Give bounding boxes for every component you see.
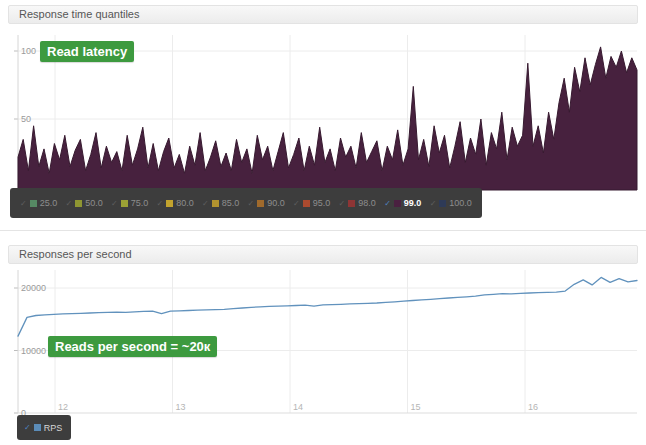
svg-text:100: 100: [21, 46, 36, 56]
legend-label: RPS: [44, 423, 63, 433]
legend-item-90.0[interactable]: ✓90.0: [248, 198, 285, 208]
check-icon: ✓: [430, 199, 437, 208]
charts-canvas: 50100121314151601000020000: [0, 0, 646, 445]
check-icon: ✓: [111, 199, 118, 208]
series-color-swatch: [121, 200, 128, 207]
legend-label: 75.0: [131, 198, 149, 208]
legend-item-75.0[interactable]: ✓75.0: [111, 198, 148, 208]
series-color-swatch: [257, 200, 264, 207]
series-color-swatch: [166, 200, 173, 207]
check-icon: ✓: [20, 199, 27, 208]
check-icon: ✓: [248, 199, 255, 208]
legend-label: 95.0: [313, 198, 331, 208]
legend-item-85.0[interactable]: ✓85.0: [202, 198, 239, 208]
svg-text:50: 50: [21, 114, 31, 124]
panel-title: Response time quantiles: [19, 8, 139, 20]
svg-text:15: 15: [411, 402, 421, 412]
legend-item-98.0[interactable]: ✓98.0: [339, 198, 376, 208]
svg-text:16: 16: [528, 402, 538, 412]
rps-legend-bar: ✓RPS: [17, 415, 71, 440]
legend-item-99.0[interactable]: ✓99.0: [384, 198, 421, 208]
panel-header-response-time-quantiles[interactable]: Response time quantiles: [8, 5, 638, 24]
legend-item-25.0[interactable]: ✓25.0: [20, 198, 57, 208]
legend-label: 25.0: [40, 198, 58, 208]
series-color-swatch: [30, 200, 37, 207]
svg-text:14: 14: [293, 402, 303, 412]
panel-divider: [0, 230, 646, 231]
legend-item-rps[interactable]: ✓RPS: [24, 423, 62, 433]
series-color-swatch: [439, 200, 446, 207]
legend-label: 50.0: [85, 198, 103, 208]
series-color-swatch: [212, 200, 219, 207]
legend-label: 98.0: [358, 198, 376, 208]
series-color-swatch: [394, 200, 401, 207]
check-icon: ✓: [24, 423, 31, 432]
series-color-swatch: [75, 200, 82, 207]
rps-line-series: [18, 277, 637, 336]
legend-label: 85.0: [222, 198, 240, 208]
check-icon: ✓: [66, 199, 73, 208]
legend-item-50.0[interactable]: ✓50.0: [66, 198, 103, 208]
check-icon: ✓: [384, 199, 391, 208]
series-color-swatch: [34, 424, 41, 431]
series-color-swatch: [303, 200, 310, 207]
legend-label: 100.0: [449, 198, 472, 208]
legend-label: 80.0: [176, 198, 194, 208]
check-icon: ✓: [202, 199, 209, 208]
check-icon: ✓: [339, 199, 346, 208]
panel-title: Responses per second: [19, 248, 132, 260]
legend-item-80.0[interactable]: ✓80.0: [157, 198, 194, 208]
series-color-swatch: [348, 200, 355, 207]
legend-item-100.0[interactable]: ✓100.0: [430, 198, 472, 208]
legend-label: 90.0: [267, 198, 285, 208]
check-icon: ✓: [293, 199, 300, 208]
legend-item-95.0[interactable]: ✓95.0: [293, 198, 330, 208]
quantiles-legend-bar: ✓25.0✓50.0✓75.0✓80.0✓85.0✓90.0✓95.0✓98.0…: [10, 188, 482, 218]
latency-area-series: [18, 47, 637, 190]
svg-text:13: 13: [176, 402, 186, 412]
panel-header-responses-per-second[interactable]: Responses per second: [8, 245, 638, 264]
dashboard: 50100121314151601000020000 Response time…: [0, 0, 646, 445]
svg-text:10000: 10000: [21, 346, 46, 356]
check-icon: ✓: [157, 199, 164, 208]
rps-annotation: Reads per second = ~20к: [48, 336, 217, 357]
svg-text:20000: 20000: [21, 283, 46, 293]
legend-label: 99.0: [404, 198, 422, 208]
svg-text:12: 12: [58, 402, 68, 412]
latency-annotation: Read latency: [40, 41, 134, 62]
